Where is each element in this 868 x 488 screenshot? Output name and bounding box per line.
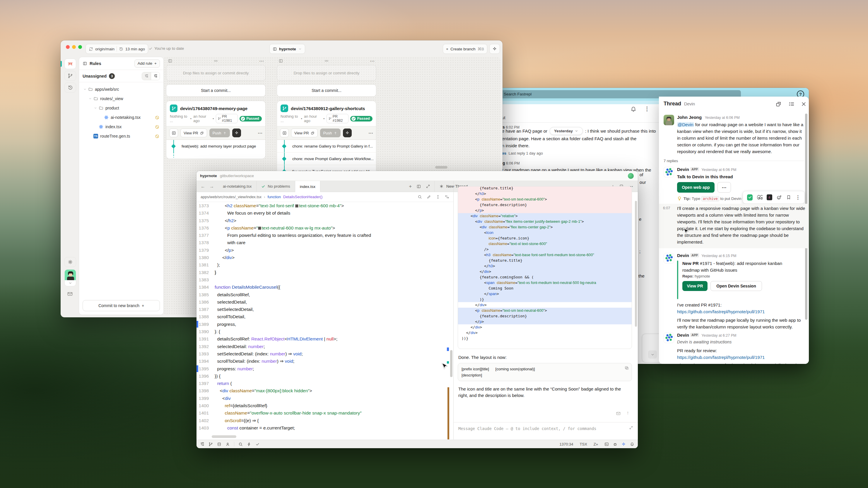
ai-branch-button[interactable]: [232, 129, 241, 137]
new-tab-icon[interactable]: +: [409, 184, 412, 189]
notifications-bell-icon[interactable]: [630, 106, 637, 112]
open-devin-session-button[interactable]: Open Devin Session: [710, 281, 762, 291]
copilot-status[interactable]: Z»: [594, 442, 598, 447]
pr-link[interactable]: https://github.com/fastrepl/hyprnote/pul…: [677, 354, 765, 361]
close-traffic-light[interactable]: [66, 45, 70, 49]
tree-item[interactable]: routes/_view: [80, 94, 162, 103]
edit-pen-icon[interactable]: [427, 195, 431, 199]
list-view-toggle[interactable]: [142, 72, 151, 80]
more-actions-button[interactable]: ⋯: [717, 182, 731, 193]
git-branch-icon[interactable]: [209, 442, 213, 447]
message-input[interactable]: Message Claude Code — @ to include conte…: [458, 426, 626, 431]
history-rail-button[interactable]: [64, 83, 76, 93]
tree-item[interactable]: index.tsx: [80, 122, 162, 131]
modified-status-icon[interactable]: [155, 115, 159, 120]
breadcrumb[interactable]: apps/web/src/routes/_view/index.tsx› fun…: [196, 192, 453, 202]
diagnostics-check-icon[interactable]: [255, 442, 260, 447]
minimize-traffic-light[interactable]: [72, 45, 76, 49]
date-pill[interactable]: Yesterday: [550, 127, 583, 135]
devin-avatar[interactable]: [663, 167, 674, 177]
sender-name[interactable]: Devin: [677, 167, 689, 172]
debug-bug-icon[interactable]: [613, 442, 617, 447]
cursor-position[interactable]: 1370:34: [560, 442, 574, 447]
chevron-down-icon[interactable]: [88, 97, 92, 100]
message-timestamp[interactable]: Yesterday at 6:15 PM: [701, 254, 736, 258]
message-timestamp[interactable]: Yesterday at 6:06 PM: [705, 116, 740, 120]
pr-pill[interactable]: PR #1982: [327, 114, 349, 123]
message-timestamp[interactable]: Yesterday at 6:27 PM: [701, 333, 736, 337]
file-drop-zone[interactable]: Drop files to assign or commit directly: [277, 65, 376, 81]
message-timestamp[interactable]: 6:07: [663, 206, 670, 210]
chevron-down-icon[interactable]: [83, 88, 87, 91]
tree-view-toggle[interactable]: [151, 72, 160, 80]
panel-toggle-icon[interactable]: [200, 442, 205, 447]
thread-settings-icon[interactable]: [788, 101, 795, 107]
avatar[interactable]: [663, 115, 674, 125]
scroll-up-icon[interactable]: ↑: [627, 410, 629, 416]
lane-drag-grip-icon[interactable]: [324, 58, 329, 64]
commit-row[interactable]: chore: move Prompt Gallery above Workflo…: [277, 152, 376, 165]
ai-actions-button[interactable]: [489, 44, 500, 54]
devin-reaction-emoji[interactable]: [767, 194, 772, 200]
workspace-name[interactable]: gitbutler/workspace: [220, 173, 254, 178]
collab-icon[interactable]: [225, 442, 230, 447]
terminal-icon[interactable]: [604, 442, 609, 447]
lane-drag-grip-icon[interactable]: [213, 58, 218, 64]
devin-avatar[interactable]: [663, 332, 674, 343]
code-hscrollbar-thumb[interactable]: [212, 435, 236, 438]
copy-icon[interactable]: [624, 366, 629, 370]
settings-rail-button[interactable]: [64, 257, 76, 267]
devin-avatar[interactable]: [663, 253, 674, 263]
editor-titlebar[interactable]: hyprnote gitbutler/workspace: [196, 171, 638, 181]
sender-name[interactable]: Devin: [677, 332, 689, 337]
lane-panel-icon[interactable]: [279, 59, 283, 63]
split-pane-icon[interactable]: [416, 184, 421, 189]
close-icon[interactable]: [801, 101, 807, 107]
open-web-app-button[interactable]: Open web app: [677, 182, 715, 193]
pr-attachment-title[interactable]: New PR #1971 - feat(web): add responsive…: [682, 260, 800, 273]
back-icon[interactable]: ←: [200, 184, 205, 189]
collab-avatar[interactable]: [628, 173, 634, 179]
modified-status-icon[interactable]: [155, 134, 159, 138]
tree-item[interactable]: apps/web/src: [80, 85, 162, 94]
view-pr-button[interactable]: View PR: [682, 281, 708, 291]
profile-rail-button[interactable]: [64, 269, 76, 286]
expand-input-icon[interactable]: [629, 426, 633, 430]
lane-more-icon[interactable]: ⋯: [370, 58, 375, 64]
tab-no-problems[interactable]: No problems: [256, 181, 295, 192]
tree-item[interactable]: TSrouteTree.gen.ts: [80, 131, 162, 141]
mention-chip[interactable]: @Devin: [677, 122, 694, 127]
notifications-bell-icon[interactable]: [630, 442, 634, 447]
start-commit-button[interactable]: Start a commit...: [277, 84, 376, 97]
code-editor[interactable]: 1373 <h2 className="text-3xl font-serif …: [196, 202, 453, 440]
ci-passed-badge[interactable]: Passed: [350, 116, 372, 122]
tree-item[interactable]: ai-notetaking.tsx: [80, 113, 162, 122]
tab-ai-notetaking[interactable]: ai-notetaking.tsx: [218, 181, 256, 192]
push-button[interactable]: Push: [320, 129, 341, 137]
view-pr-button[interactable]: View PR: [180, 129, 207, 137]
branch-name[interactable]: devin/1764380912-gallery-shortcuts: [291, 106, 365, 111]
open-window-icon[interactable]: [775, 101, 782, 107]
sender-name[interactable]: Devin: [677, 253, 689, 258]
card-more-icon[interactable]: ⋯: [368, 130, 373, 136]
start-commit-button[interactable]: Start a commit...: [166, 84, 266, 97]
pr-pill[interactable]: PR #1981: [216, 114, 238, 123]
project-name[interactable]: hyprnote: [200, 173, 217, 178]
workspace-branch-selector[interactable]: hyprnote: [270, 44, 305, 54]
file-drop-zone[interactable]: Drop files to assign or commit directly: [166, 65, 266, 81]
add-rule-button[interactable]: Add rule+: [134, 59, 160, 68]
eyes-reaction-emoji[interactable]: [757, 194, 763, 200]
assistant-scrollbar[interactable]: [635, 201, 637, 327]
lane-panel-icon[interactable]: [168, 59, 173, 63]
outline-icon[interactable]: [217, 442, 221, 447]
chevron-down-icon[interactable]: [648, 350, 657, 359]
code-scrollbar-thumb[interactable]: [450, 350, 453, 377]
assign-box-button[interactable]: [280, 129, 289, 137]
add-reaction-icon[interactable]: [776, 194, 782, 200]
search-icon[interactable]: [238, 442, 243, 447]
commit-to-new-branch-button[interactable]: Commit to new branch+: [83, 300, 160, 311]
more-kebab-icon[interactable]: ⋮: [795, 194, 800, 200]
swap-icon[interactable]: [445, 195, 449, 199]
workbench-rail-active[interactable]: [64, 59, 76, 69]
modified-status-icon[interactable]: [155, 125, 159, 129]
